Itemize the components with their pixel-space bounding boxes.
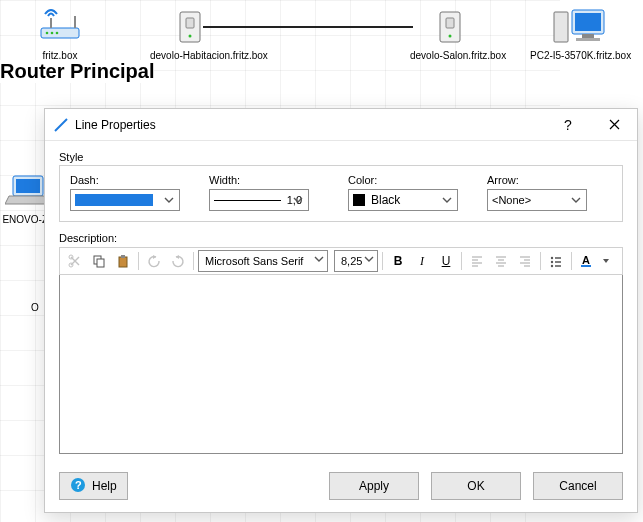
font-family-value: Microsoft Sans Serif — [205, 255, 303, 267]
chevron-down-icon — [162, 193, 176, 207]
plc-adapter-icon — [410, 4, 490, 48]
width-value: 1,0 — [287, 194, 304, 206]
svg-point-28 — [551, 265, 553, 267]
underline-button[interactable]: U — [435, 250, 457, 272]
color-combo[interactable]: Black — [348, 189, 458, 211]
font-size-combo[interactable]: 8,25 — [334, 250, 378, 272]
svg-rect-16 — [576, 38, 600, 41]
align-left-button[interactable] — [466, 250, 488, 272]
svg-rect-18 — [16, 179, 40, 193]
dialog-button-row: ? Help Apply OK Cancel — [45, 464, 637, 512]
align-right-button[interactable] — [514, 250, 536, 272]
svg-point-3 — [46, 32, 49, 35]
svg-rect-7 — [186, 18, 194, 28]
ok-button[interactable]: OK — [431, 472, 521, 500]
node-label: PC2-I5-3570K.fritz.box — [530, 50, 630, 61]
router-icon — [20, 4, 100, 48]
svg-rect-14 — [575, 13, 601, 31]
node-label: devolo-Salon.fritz.box — [410, 50, 490, 61]
arrow-label: Arrow: — [487, 174, 612, 186]
help-label: Help — [92, 479, 117, 493]
selection-title: Router Principal — [0, 60, 154, 83]
svg-point-26 — [551, 257, 553, 259]
svg-rect-12 — [554, 12, 568, 42]
titlebar-help-button[interactable]: ? — [545, 109, 591, 141]
dialog-titlebar[interactable]: Line Properties ? — [45, 109, 637, 141]
svg-point-8 — [189, 35, 192, 38]
node-pc[interactable]: PC2-I5-3570K.fritz.box — [530, 4, 630, 61]
width-combo[interactable]: 1,0 — [209, 189, 309, 211]
chevron-down-icon — [364, 254, 374, 264]
svg-rect-30 — [581, 265, 591, 267]
connection-line[interactable] — [203, 26, 413, 28]
help-icon: ? — [70, 477, 86, 496]
paste-button[interactable] — [112, 250, 134, 272]
dash-label: Dash: — [70, 174, 195, 186]
bold-button[interactable]: B — [387, 250, 409, 272]
chevron-down-icon — [569, 193, 583, 207]
svg-rect-25 — [121, 255, 125, 258]
dash-sample-solid — [75, 194, 153, 206]
style-group: Dash: Width: 1,0 — [59, 165, 623, 222]
font-size-value: 8,25 — [341, 255, 362, 267]
svg-point-27 — [551, 261, 553, 263]
node-label: devolo-Habitacion.fritz.box — [150, 50, 230, 61]
rich-text-toolbar: Microsoft Sans Serif 8,25 B I U — [59, 247, 623, 275]
help-button[interactable]: ? Help — [59, 472, 128, 500]
copy-button[interactable] — [88, 250, 110, 272]
svg-rect-24 — [119, 257, 127, 267]
cancel-button[interactable]: Cancel — [533, 472, 623, 500]
svg-text:?: ? — [75, 479, 82, 491]
cut-button[interactable] — [64, 250, 86, 272]
redo-button[interactable] — [167, 250, 189, 272]
dialog-title: Line Properties — [75, 118, 156, 132]
svg-rect-15 — [582, 34, 594, 38]
width-label: Width: — [209, 174, 334, 186]
width-sample-line — [214, 200, 281, 201]
align-center-button[interactable] — [490, 250, 512, 272]
svg-text:A: A — [582, 254, 590, 266]
desktop-pc-icon — [530, 4, 630, 48]
svg-point-5 — [56, 32, 59, 35]
bullets-button[interactable] — [545, 250, 567, 272]
chevron-down-icon — [314, 254, 324, 264]
apply-button[interactable]: Apply — [329, 472, 419, 500]
arrow-value: <None> — [492, 194, 531, 206]
svg-line-19 — [55, 119, 67, 131]
color-label: Color: — [348, 174, 473, 186]
description-editor[interactable] — [59, 275, 623, 454]
line-properties-dialog: Line Properties ? Style Dash: Width: — [44, 108, 638, 513]
arrow-combo[interactable]: <None> — [487, 189, 587, 211]
color-swatch — [353, 194, 365, 206]
chevron-down-icon — [440, 193, 454, 207]
node-plc-left[interactable]: devolo-Habitacion.fritz.box — [150, 4, 230, 61]
undo-button[interactable] — [143, 250, 165, 272]
style-group-label: Style — [59, 151, 623, 163]
svg-rect-23 — [97, 259, 104, 267]
line-tool-icon — [53, 117, 69, 133]
dash-combo[interactable] — [70, 189, 180, 211]
description-label: Description: — [59, 232, 623, 244]
plc-adapter-icon — [150, 4, 230, 48]
font-color-dropdown[interactable] — [600, 250, 612, 272]
font-family-combo[interactable]: Microsoft Sans Serif — [198, 250, 328, 272]
node-router[interactable]: fritz.box — [20, 4, 100, 61]
node-plc-right[interactable]: devolo-Salon.fritz.box — [410, 4, 490, 61]
svg-rect-10 — [446, 18, 454, 28]
italic-button[interactable]: I — [411, 250, 433, 272]
color-name: Black — [371, 193, 400, 207]
font-color-button[interactable]: A — [576, 250, 598, 272]
close-button[interactable] — [591, 109, 637, 141]
svg-point-11 — [449, 35, 452, 38]
svg-point-4 — [51, 32, 54, 35]
